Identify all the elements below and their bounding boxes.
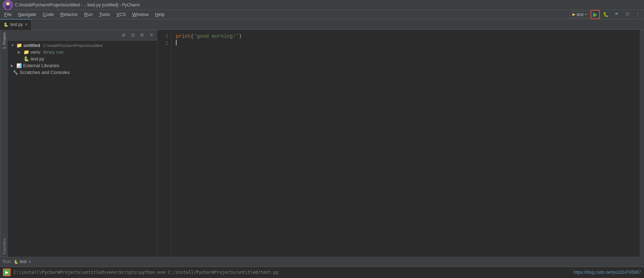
- run-panel: Run: 🐍 test ✕ ▶ C:\install\PycharmProjec…: [0, 257, 644, 278]
- menu-help[interactable]: Help: [152, 11, 168, 18]
- line-numbers: 1 2: [157, 30, 172, 257]
- run-tab-bar: Run: 🐍 test ✕: [0, 257, 644, 267]
- window-title: C:/install/PycharmProjects/untitled - ..…: [15, 2, 140, 7]
- run-tab-close-button[interactable]: ✕: [28, 260, 31, 264]
- close-sidebar-button[interactable]: ✕: [148, 32, 155, 39]
- profile-button[interactable]: ⏱: [623, 10, 632, 19]
- scratches-icon: 🔧: [13, 70, 18, 75]
- coverage-icon: ☂: [614, 12, 619, 17]
- venv-folder-icon: 📁: [23, 49, 29, 55]
- menu-bar: File Navigate Code Refactor Run Tools VC…: [0, 10, 644, 19]
- project-panel: ⊕ ⊟ ⚙ ✕ ▼ 📁 untitled C:\install\PycharmP…: [8, 30, 157, 257]
- keyword-print: print: [176, 33, 191, 40]
- menu-code[interactable]: Code: [40, 11, 57, 18]
- collapse-all-button[interactable]: ⊟: [129, 32, 136, 39]
- test-py-label: test.py: [31, 56, 44, 62]
- editor-scrollbar[interactable]: [640, 30, 644, 257]
- more-actions-button[interactable]: ⋮: [633, 10, 643, 19]
- run-url: https://blog.csdn.net/yu1014745867: [574, 270, 641, 275]
- string-value: 'good morning!': [194, 33, 239, 40]
- app-avatar: [3, 0, 13, 10]
- code-editor[interactable]: print('good morning!'): [172, 30, 640, 257]
- venv-sub-label: library root: [43, 50, 63, 55]
- favorites-label-text: Favorites: [2, 238, 6, 254]
- scratches-consoles-item[interactable]: 🔧 Scratches and Consoles: [8, 69, 157, 76]
- run-tab-label: test: [20, 259, 26, 264]
- editor-tab-bar: 🐍 test.py ✕: [0, 19, 644, 30]
- test-py-item[interactable]: 🐍 test.py: [8, 55, 157, 62]
- menu-run[interactable]: Run: [82, 11, 96, 18]
- project-root-item[interactable]: ▼ 📁 untitled C:\install\PycharmProjects\…: [8, 42, 157, 49]
- project-path: C:\install\PycharmProjects\untitled: [43, 43, 103, 48]
- menu-file[interactable]: File: [1, 11, 15, 18]
- tab-close-button[interactable]: ✕: [25, 22, 28, 27]
- root-expand-arrow: ▼: [11, 43, 15, 47]
- run-tab-test[interactable]: 🐍 test ✕: [14, 259, 31, 264]
- coverage-button[interactable]: ☂: [612, 10, 621, 19]
- run-label: Run:: [3, 259, 12, 264]
- run-button[interactable]: ▶: [591, 10, 600, 19]
- more-icon: ⋮: [635, 12, 640, 17]
- debug-button[interactable]: 🐛: [601, 10, 611, 19]
- run-config-chevron: ▾: [585, 12, 587, 16]
- ext-libs-expand-arrow: ▶: [11, 64, 15, 68]
- run-command-text: C:\install\PycharmProjects\untitled\venv…: [14, 270, 278, 275]
- code-line-1: print('good morning!'): [176, 33, 635, 40]
- debug-icon: 🐛: [603, 12, 609, 17]
- project-folder-icon: 📁: [16, 43, 22, 48]
- venv-expand-arrow: ▶: [18, 50, 22, 54]
- line-number-1: 1: [160, 33, 168, 40]
- profile-icon: ⏱: [625, 12, 630, 17]
- project-name: untitled: [23, 43, 40, 48]
- run-play-button[interactable]: ▶: [3, 268, 11, 276]
- run-configuration[interactable]: ▶ test ▾: [570, 11, 589, 18]
- project-label-text: 1: Project: [2, 33, 6, 49]
- python-file-icon: 🐍: [23, 56, 29, 62]
- tab-test-py[interactable]: 🐍 test.py ✕: [0, 19, 32, 30]
- venv-item[interactable]: ▶ 📁 venv library root: [8, 49, 157, 55]
- text-cursor: [176, 40, 177, 46]
- menu-vcs[interactable]: VCS: [114, 11, 129, 18]
- scratches-label: Scratches and Consoles: [20, 70, 70, 75]
- venv-label: venv: [31, 49, 40, 55]
- run-tab-icon: 🐍: [14, 260, 18, 264]
- sync-files-button[interactable]: ⊕: [120, 32, 127, 39]
- editor-content[interactable]: 1 2 print('good morning!'): [157, 30, 644, 257]
- project-tree: ▼ 📁 untitled C:\install\PycharmProjects\…: [8, 41, 157, 257]
- menu-navigate[interactable]: Navigate: [15, 11, 39, 18]
- line-number-2: 2: [160, 40, 168, 47]
- external-libraries-item[interactable]: ▶ 📊 External Libraries: [8, 62, 157, 69]
- menu-tools[interactable]: Tools: [96, 11, 112, 18]
- tab-label: test.py: [10, 22, 23, 27]
- run-icon: ▶: [593, 11, 597, 18]
- ext-libs-label: External Libraries: [23, 63, 59, 68]
- run-config-icon: ▶: [572, 12, 575, 17]
- sidebar-header: ⊕ ⊟ ⚙ ✕: [8, 30, 157, 41]
- code-line-2: [176, 40, 635, 46]
- ext-libs-icon: 📊: [16, 63, 22, 68]
- svg-point-2: [5, 5, 10, 9]
- settings-button[interactable]: ⚙: [138, 32, 146, 39]
- title-bar: C:/install/PycharmProjects/untitled - ..…: [0, 0, 644, 10]
- run-config-name: test: [577, 12, 583, 17]
- editor-area: 1 2 print('good morning!'): [157, 30, 644, 257]
- tab-file-icon: 🐍: [4, 22, 9, 27]
- svg-point-1: [6, 2, 10, 5]
- main-layout: 1: Project ⊕ ⊟ ⚙ ✕ ▼ 📁 untitled C:\insta…: [0, 30, 644, 257]
- menu-window[interactable]: Window: [129, 11, 151, 18]
- run-output: ▶ C:\install\PycharmProjects\untitled\ve…: [0, 267, 644, 278]
- project-panel-label[interactable]: 1: Project: [0, 30, 8, 257]
- favorites-panel-label[interactable]: Favorites: [0, 236, 8, 257]
- menu-refactor[interactable]: Refactor: [57, 11, 80, 18]
